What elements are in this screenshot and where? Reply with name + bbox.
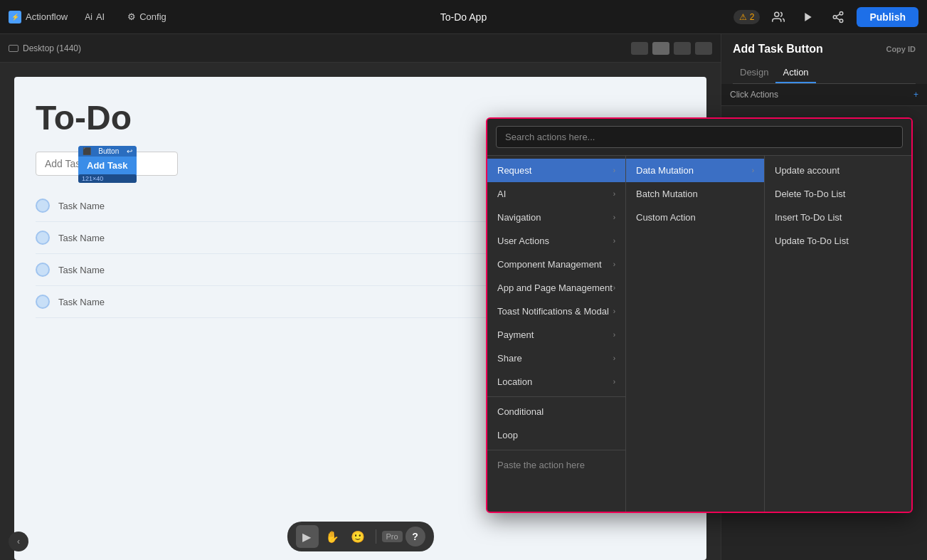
tab-action[interactable]: Action — [775, 63, 815, 83]
menu-item-toast-modal[interactable]: Toast Notifications & Modal › — [487, 300, 625, 323]
menu-item-label: App and Page Management — [497, 282, 613, 293]
users-icon-btn[interactable] — [767, 6, 790, 28]
action-category-list: Request › AI › Navigation › User Actions… — [487, 156, 626, 512]
menu-item-navigation[interactable]: Navigation › — [487, 206, 625, 229]
chevron-right-icon: › — [613, 378, 615, 386]
menu-item-app-page-management[interactable]: App and Page Management › — [487, 276, 625, 300]
menu-item-custom-action[interactable]: Custom Action — [626, 206, 764, 229]
config-nav-item[interactable]: ⚙ Config — [122, 9, 172, 25]
chevron-right-icon: › — [613, 237, 615, 245]
panel-title-text: Add Task Button — [733, 43, 823, 56]
menu-item-label: Navigation — [497, 212, 541, 223]
component-action-icon: ↩ — [127, 147, 132, 155]
menu-item-label: Request — [497, 165, 531, 176]
add-action-icon[interactable]: + — [913, 90, 918, 100]
click-actions-label: Click Actions — [730, 90, 778, 100]
top-navigation: ⚡ Actionflow Ai AI ⚙ Config To-Do App ⚠ … — [0, 0, 927, 34]
cursor-tool-btn[interactable]: ▶ — [295, 525, 318, 548]
menu-item-label: Location — [497, 376, 532, 387]
menu-item-conditional[interactable]: Conditional — [487, 400, 625, 423]
menu-item-ai[interactable]: AI › — [487, 182, 625, 206]
viewport-label: Desktop (1440) — [9, 43, 81, 53]
action-item-delete-todo-list[interactable]: Delete To-Do List — [765, 182, 911, 206]
svg-point-2 — [840, 11, 844, 15]
button-type-label: Button — [98, 147, 119, 155]
action-search-input[interactable] — [496, 126, 903, 148]
menu-item-loop[interactable]: Loop — [487, 423, 625, 447]
action-item-update-todo-list[interactable]: Update To-Do List — [765, 229, 911, 253]
actionflow-brand[interactable]: ⚡ Actionflow — [9, 11, 68, 23]
menu-item-label: Conditional — [497, 406, 544, 417]
ai-icon: Ai — [85, 12, 92, 22]
menu-item-label: Component Management — [497, 259, 602, 270]
menu-item-payment[interactable]: Payment › — [487, 323, 625, 347]
menu-item-label: Paste the action here — [497, 460, 585, 470]
tab-design[interactable]: Design — [733, 63, 775, 83]
menu-item-label: Payment — [497, 329, 534, 340]
config-label: Config — [139, 11, 166, 22]
button-label-bar: ⬛ Button ↩ — [78, 146, 137, 157]
view-btn-3[interactable] — [674, 42, 691, 55]
ai-nav-item[interactable]: Ai AI — [79, 9, 110, 25]
chevron-right-icon: › — [613, 190, 615, 198]
svg-marker-1 — [805, 13, 812, 21]
menu-item-label: AI — [497, 189, 506, 199]
menu-item-request[interactable]: Request › — [487, 159, 625, 182]
menu-divider — [487, 396, 625, 397]
click-actions-bar: Click Actions + — [721, 84, 927, 106]
button-component-overlay: ⬛ Button ↩ Add Task 121×40 — [78, 146, 137, 183]
chevron-right-icon: › — [613, 307, 615, 315]
warning-icon: ⚠ — [739, 12, 747, 22]
menu-item-location[interactable]: Location › — [487, 370, 625, 393]
hand-tool-btn[interactable]: ✋ — [321, 525, 344, 548]
menu-divider-2 — [487, 450, 625, 450]
dropdown-columns: Request › AI › Navigation › User Actions… — [487, 156, 911, 512]
task-circle — [36, 295, 50, 309]
menu-item-share[interactable]: Share › — [487, 347, 625, 370]
chevron-right-icon: › — [613, 213, 615, 221]
svg-line-6 — [837, 14, 840, 16]
emoji-tool-btn[interactable]: 🙂 — [346, 525, 369, 548]
view-btn-2[interactable] — [652, 42, 669, 55]
menu-item-label: User Actions — [497, 236, 549, 246]
action-item-label: Update account — [775, 165, 839, 176]
canvas-toolbar: Desktop (1440) — [0, 34, 721, 63]
share-icon-btn[interactable] — [827, 6, 849, 28]
menu-item-component-management[interactable]: Component Management › — [487, 253, 625, 276]
add-task-button[interactable]: Add Task — [78, 157, 137, 174]
menu-item-batch-mutation[interactable]: Batch Mutation — [626, 182, 764, 206]
copy-id-button[interactable]: Copy ID — [886, 45, 916, 53]
size-badge: 121×40 — [78, 174, 137, 183]
menu-item-label: Toast Notifications & Modal — [497, 306, 609, 317]
panel-tabs: Design Action — [733, 63, 916, 84]
svg-line-5 — [837, 18, 840, 20]
search-bar — [487, 119, 911, 156]
play-icon-btn[interactable] — [797, 6, 820, 28]
menu-item-label: Batch Mutation — [636, 189, 698, 199]
action-item-insert-todo-list[interactable]: Insert To-Do List — [765, 206, 911, 229]
chevron-right-icon: › — [613, 167, 615, 174]
add-task-container: ⬛ Button ↩ Add Task 121×40 — [36, 152, 178, 176]
action-items-list: Update account Delete To-Do List Insert … — [765, 156, 911, 512]
panel-header: Add Task Button Copy ID Design Action — [721, 34, 927, 84]
notification-badge[interactable]: ⚠ 2 — [733, 10, 761, 24]
menu-item-label: Loop — [497, 430, 518, 440]
action-item-label: Update To-Do List — [775, 236, 849, 246]
view-btn-1[interactable] — [631, 42, 648, 55]
brand-label: Actionflow — [26, 11, 68, 22]
action-item-label: Delete To-Do List — [775, 189, 845, 199]
action-item-label: Insert To-Do List — [775, 212, 842, 223]
menu-item-user-actions[interactable]: User Actions › — [487, 229, 625, 253]
menu-item-data-mutation[interactable]: Data Mutation › — [626, 159, 764, 182]
action-item-update-account[interactable]: Update account — [765, 159, 911, 182]
chevron-right-icon: › — [613, 260, 615, 268]
pro-badge: Pro — [381, 531, 402, 542]
publish-button[interactable]: Publish — [857, 7, 918, 27]
task-circle — [36, 199, 50, 213]
help-button[interactable]: ? — [406, 527, 425, 546]
collapse-button[interactable]: ‹ — [9, 532, 28, 551]
menu-item-paste[interactable]: Paste the action here — [487, 453, 625, 477]
button-type-icon: ⬛ — [83, 147, 91, 155]
menu-item-label: Data Mutation — [636, 165, 694, 176]
view-btn-4[interactable] — [695, 42, 712, 55]
